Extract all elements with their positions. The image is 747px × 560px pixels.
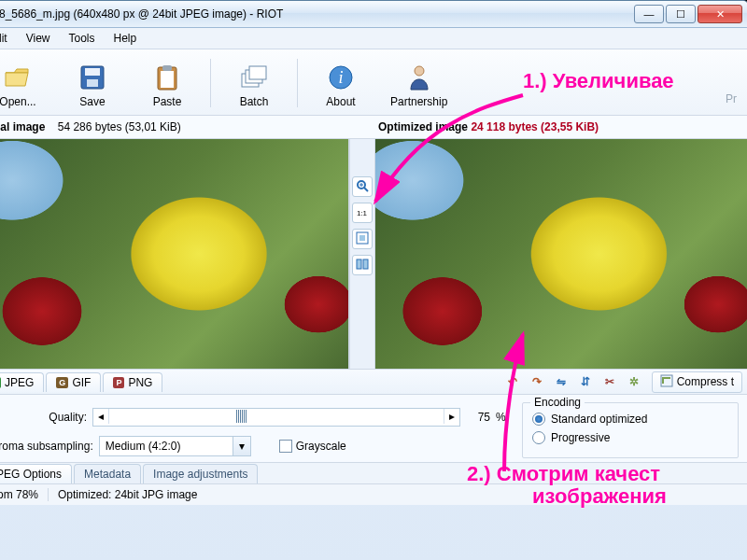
slider-thumb[interactable] (236, 410, 247, 423)
menu-bar: Edit View Tools Help (0, 28, 747, 49)
chroma-value: Medium (4:2:0) (100, 440, 233, 453)
batch-label: Batch (240, 95, 269, 108)
bottom-tabs: JPEG Options Metadata Image adjustments (0, 462, 747, 484)
about-label: About (326, 95, 355, 108)
radio-selected-icon (532, 413, 545, 426)
image-comparison-panes: 1:1 (0, 138, 747, 370)
flip-v-icon: ⇵ (581, 375, 590, 388)
initial-image-pane[interactable] (0, 139, 349, 369)
toolbar-separator (297, 59, 298, 107)
menu-help[interactable]: Help (105, 29, 147, 48)
format-tab-gif[interactable]: G GIF (46, 372, 101, 392)
tab-metadata[interactable]: Metadata (74, 464, 141, 483)
initial-image-content (0, 139, 348, 369)
tab-image-adjustments[interactable]: Image adjustments (143, 464, 258, 483)
svg-text:i: i (338, 68, 343, 87)
svg-rect-2 (87, 79, 98, 87)
person-icon (403, 62, 435, 93)
window-close-button[interactable]: ✕ (698, 5, 742, 23)
floppy-icon (77, 62, 108, 93)
quality-label: Quality: (0, 411, 87, 424)
window-title: 7458_5686_m.jpg (640x480 px @ 24bit JPEG… (0, 7, 634, 21)
flip-horizontal-button[interactable]: ⇋ (550, 371, 572, 392)
fit-view-icon (356, 231, 369, 246)
svg-point-11 (415, 66, 424, 76)
quality-slider[interactable]: ◂ ▸ (92, 408, 460, 427)
status-optimized: Optimized: 24bit JPG image (49, 488, 747, 501)
radio-icon (532, 431, 545, 444)
open-button[interactable]: Open... (0, 57, 53, 115)
image-captions-row: Initial image 54 286 bytes (53,01 KiB) O… (0, 116, 747, 138)
promo-link[interactable]: Pr (726, 92, 737, 105)
flip-vertical-button[interactable]: ⇵ (574, 371, 597, 392)
menu-view[interactable]: View (17, 29, 60, 48)
about-button[interactable]: i About (305, 57, 376, 115)
batch-button[interactable]: Batch (218, 57, 289, 115)
rotate-ccw-button[interactable]: ↶ (501, 371, 524, 392)
menu-tools[interactable]: Tools (59, 29, 104, 48)
png-chip-icon: P (113, 377, 124, 388)
grayscale-label: Grayscale (296, 440, 346, 453)
menu-edit[interactable]: Edit (0, 29, 17, 48)
chroma-label: Chroma subsampling: (0, 440, 93, 453)
chroma-subsampling-combo[interactable]: Medium (4:2:0) ▾ (99, 436, 251, 456)
toolbar-separator (210, 59, 211, 107)
encoding-standard-radio[interactable]: Standard optimized (532, 413, 728, 426)
optimized-image-caption: Optimized image 24 118 bytes (23,55 KiB) (369, 120, 742, 133)
close-icon: ✕ (716, 8, 725, 21)
format-tab-png[interactable]: P PNG (103, 372, 162, 392)
compress-label: Compress t (677, 375, 734, 388)
folder-open-icon (2, 62, 34, 93)
fit-view-button[interactable] (352, 229, 373, 249)
window-maximize-button[interactable]: ☐ (666, 5, 696, 23)
zoom-in-button[interactable] (352, 176, 373, 197)
rotate-cw-button[interactable]: ↷ (526, 371, 548, 392)
optimized-image-label: Optimized image (378, 120, 468, 133)
chevron-down-icon[interactable]: ▾ (233, 437, 250, 455)
encoding-progressive-label: Progressive (551, 431, 610, 444)
paste-label: Paste (153, 95, 182, 108)
format-tab-jpeg[interactable]: J JPEG (0, 372, 44, 392)
jpeg-chip-icon: J (0, 377, 1, 388)
partnership-button[interactable]: Partnership (380, 57, 458, 115)
minimize-icon: — (644, 8, 655, 20)
quality-value: 75 (466, 411, 490, 424)
zoom-actual-button[interactable]: 1:1 (352, 203, 373, 223)
save-button[interactable]: Save (57, 57, 128, 115)
optimized-image-pane[interactable] (375, 139, 748, 369)
settings-gear-button[interactable]: ✲ (623, 371, 645, 392)
partnership-label: Partnership (390, 95, 447, 108)
grayscale-checkbox[interactable]: Grayscale (279, 440, 346, 453)
svg-line-13 (364, 188, 368, 191)
rotate-ccw-icon: ↶ (508, 375, 517, 388)
optimized-image-content (375, 139, 748, 369)
rotate-cw-icon: ↷ (532, 375, 542, 388)
app-window: 7458_5686_m.jpg (640x480 px @ 24bit JPEG… (0, 0, 747, 560)
encoding-progressive-radio[interactable]: Progressive (532, 431, 728, 444)
tab-jpeg-options[interactable]: JPEG Options (0, 464, 72, 483)
status-zoom: Zoom 78% (0, 488, 49, 501)
slider-increase-button[interactable]: ▸ (444, 409, 459, 424)
initial-image-bytes: 54 286 bytes (53,01 KiB) (58, 120, 181, 133)
format-tab-jpeg-label: JPEG (5, 376, 34, 389)
optimized-image-bytes: 24 118 bytes (23,55 KiB) (471, 120, 599, 133)
encoding-group: Encoding Standard optimized Progressive (522, 402, 739, 458)
zoom-in-icon (356, 179, 369, 194)
window-minimize-button[interactable]: — (634, 5, 664, 23)
gear-icon: ✲ (629, 375, 639, 388)
info-icon: i (325, 62, 357, 93)
dual-view-icon (356, 258, 369, 273)
crop-button[interactable]: ✂ (599, 371, 621, 392)
encoding-group-label: Encoding (530, 396, 585, 409)
status-bar: Zoom 78% Optimized: 24bit JPG image (0, 484, 747, 505)
dual-view-button[interactable] (352, 255, 373, 275)
format-tab-gif-label: GIF (72, 376, 91, 389)
svg-rect-17 (359, 235, 365, 241)
slider-decrease-button[interactable]: ◂ (93, 409, 109, 424)
title-bar: 7458_5686_m.jpg (640x480 px @ 24bit JPEG… (0, 1, 747, 28)
paste-button[interactable]: Paste (132, 57, 203, 115)
svg-rect-5 (162, 65, 172, 71)
svg-rect-18 (357, 259, 361, 269)
save-label: Save (79, 95, 105, 108)
compress-to-size-button[interactable]: Compress t (652, 371, 742, 393)
